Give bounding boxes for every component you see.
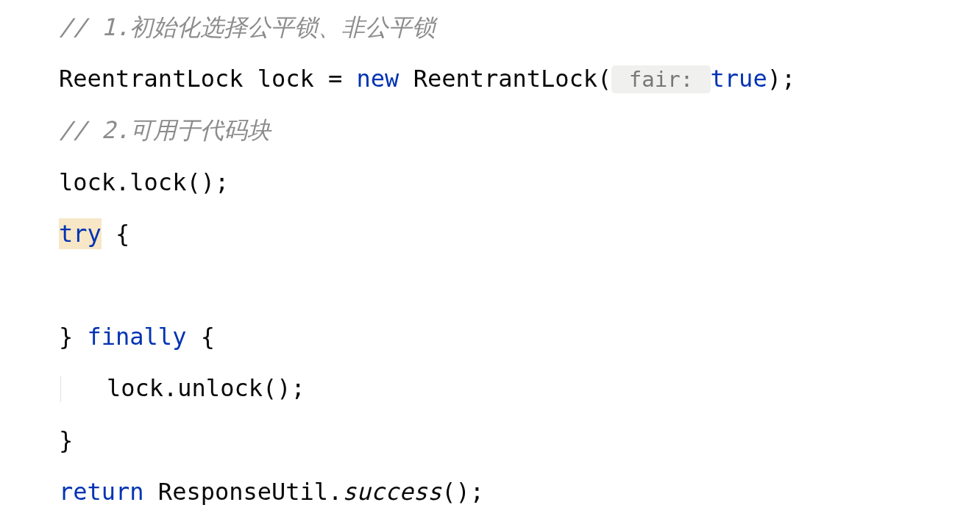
code-line-10: return ResponseUtil.success(); <box>59 479 980 505</box>
new-keyword: new <box>357 65 400 93</box>
param-hint-fair: fair: <box>611 65 710 93</box>
open-brace: { <box>102 220 130 248</box>
code-line-5: try { <box>59 221 980 247</box>
code-line-8: lock.unlock(); <box>59 376 980 401</box>
code-editor[interactable]: // 1.初始化选择公平锁、非公平锁 ReentrantLock lock = … <box>59 15 980 505</box>
code-line-3: // 2.可用于代码块 <box>59 118 980 143</box>
code-line-1: // 1.初始化选择公平锁、非公平锁 <box>59 15 980 40</box>
paren-semi: (); <box>441 478 484 506</box>
type-name: ReentrantLock <box>59 65 243 93</box>
indent-guide: lock.unlock(); <box>60 376 305 401</box>
comment-text: // 1.初始化选择公平锁、非公平锁 <box>59 13 436 41</box>
true-literal: true <box>711 65 767 93</box>
var-decl: lock = <box>243 65 356 93</box>
code-line-2: ReentrantLock lock = new ReentrantLock( … <box>59 66 980 92</box>
finally-keyword: finally <box>88 323 187 351</box>
code-line-7: } finally { <box>59 324 980 350</box>
unlock-call: lock.unlock(); <box>107 374 305 402</box>
comment-text: // 2.可用于代码块 <box>59 116 271 144</box>
lock-call: lock.lock(); <box>59 168 229 196</box>
method-success: success <box>342 478 441 506</box>
code-line-9: } <box>59 428 980 454</box>
code-line-6-empty <box>59 273 980 298</box>
close-brace: } <box>59 426 73 454</box>
open-brace: { <box>186 323 215 351</box>
code-line-4: lock.lock(); <box>59 170 980 196</box>
return-keyword: return <box>59 478 144 506</box>
close-paren: ); <box>767 65 796 93</box>
constructor-call: ReentrantLock( <box>399 65 611 93</box>
try-keyword: try <box>59 218 102 249</box>
class-ref: ResponseUtil. <box>144 478 343 506</box>
close-brace: } <box>59 323 88 351</box>
